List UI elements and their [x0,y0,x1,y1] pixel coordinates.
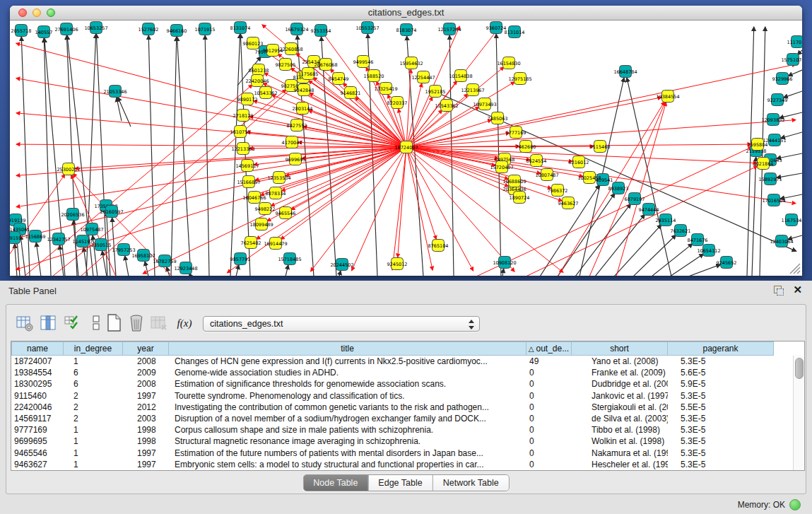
svg-text:7485063: 7485063 [488,116,508,122]
svg-text:1595804: 1595804 [748,142,768,148]
svg-text:9857791: 9857791 [230,257,251,262]
svg-text:9777169: 9777169 [506,130,526,136]
memory-ok-indicator[interactable] [789,499,801,510]
column-header-label: out_de... [536,344,569,354]
column-header-name[interactable]: name [11,341,64,356]
svg-text:9146821: 9146821 [341,90,361,96]
table-row[interactable]: 946554611997Estimation of the future num… [11,448,804,459]
svg-text:16679324: 16679324 [285,27,308,33]
svg-text:1952185: 1952185 [425,89,446,95]
cell-in_degree: 6 [64,368,123,378]
table-settings-icon[interactable] [15,313,35,333]
show-columns-icon[interactable] [38,313,58,333]
tab-node-table[interactable]: Node Table [303,475,367,491]
status-bar: Memory: OK [0,495,812,514]
cell-year: 2003 [123,414,169,424]
apply-checks-icon[interactable] [62,313,82,333]
svg-text:10025458: 10025458 [577,175,601,181]
cell-name: 9777169 [11,425,64,435]
svg-text:1890724: 1890724 [510,195,530,201]
table-row[interactable]: 1938455462009Genome-wide association stu… [11,367,804,378]
svg-text:16648784: 16648784 [613,69,637,75]
svg-text:8765104: 8765104 [428,243,449,249]
function-builder-icon[interactable]: f(x) [175,313,194,333]
new-file-icon[interactable] [104,313,124,333]
cell-name: 9465546 [11,448,64,458]
window-titlebar[interactable]: citations_edges.txt [10,6,802,21]
svg-text:9499546: 9499546 [353,59,374,65]
cell-title: Changes of HCN gene expression and I(f) … [169,356,526,366]
table-row[interactable]: 977716911998Corpus callosum shape and si… [11,424,804,436]
svg-text:1919139: 1919139 [10,218,25,223]
cell-pagerank: 5.3E-5 [668,356,774,366]
cell-title: Disruption of a novel member of a sodium… [169,414,526,424]
table-row[interactable]: 1872400712008Changes of HCN gene express… [11,356,804,367]
svg-text:8427552: 8427552 [287,123,307,129]
cell-title: Genome-wide association studies in ADHD. [169,368,526,378]
svg-text:9329966: 9329966 [772,76,793,82]
table-row[interactable]: 946362711997Embryonic stem cells: a mode… [11,459,804,470]
cytoscape-desktop: citations_edges.txt 18724007205571814055… [0,0,812,281]
svg-text:15751074: 15751074 [781,57,802,63]
cell-name: 18300295 [11,379,64,389]
table-row[interactable]: 911546021997Tourette syndrome. Phenomeno… [11,390,804,402]
close-panel-icon[interactable]: ✕ [793,284,802,296]
table-row[interactable]: 969969511998Structural magnetic resonanc… [11,436,804,447]
svg-text:12975185: 12975185 [508,76,531,82]
svg-text:12213967: 12213967 [461,88,484,93]
cell-in_degree: 2 [64,414,123,424]
graph-node[interactable]: 140557 [35,26,53,38]
network-canvas[interactable]: 1872400720557181405572769140610653257152… [10,21,802,276]
cell-short: Franke et al. (2009) [572,368,668,378]
cell-pagerank: 5.3E-5 [668,436,774,446]
svg-text:140557: 140557 [35,30,53,35]
column-header-short[interactable]: short [572,341,668,356]
svg-text:10908120: 10908120 [493,260,516,266]
tab-network-table[interactable]: Network Table [433,475,509,491]
column-header-out_degree[interactable]: △out_de... [526,341,572,356]
cell-short: Nakamura et al. (1997) [572,448,668,458]
column-header-in_degree[interactable]: in_degree [64,341,123,356]
row-tools-icon[interactable] [86,313,106,333]
svg-text:12342757: 12342757 [47,237,70,243]
table-row[interactable]: 1830029562008Estimation of significance … [11,378,804,390]
cell-short: Dudbridge et al. (2008) [572,379,668,389]
svg-text:14569117: 14569117 [235,163,259,169]
cell-short: Hescheler et al. (1997) [572,460,668,469]
cell-name: 9115460 [11,391,64,401]
svg-text:2935114: 2935114 [656,218,676,223]
scrollbar-thumb[interactable] [795,358,804,379]
svg-text:13325419: 13325419 [374,86,397,92]
cell-pagerank: 5.3E-5 [668,460,774,469]
svg-text:15892971: 15892971 [758,177,782,182]
column-header-year[interactable]: year [123,341,169,356]
column-header-label: pagerank [702,344,738,354]
svg-text:16046766: 16046766 [242,195,266,201]
delete-trash-icon[interactable] [126,313,146,333]
table-selector-dropdown[interactable]: citations_edges.txt [203,316,480,332]
cell-year: 1997 [123,391,169,401]
svg-text:9360724: 9360724 [486,25,507,31]
table-panel-header: Table Panel ✕ [0,281,812,302]
tab-edge-table[interactable]: Edge Table [367,475,432,491]
vertical-scrollbar[interactable] [793,356,804,470]
float-panel-icon[interactable] [774,286,784,296]
svg-text:12213363: 12213363 [231,146,254,152]
svg-text:15718485: 15718485 [278,257,301,262]
table-body: 1872400712008Changes of HCN gene express… [11,356,804,470]
svg-text:9245652: 9245652 [717,260,737,266]
graph-node[interactable]: 39159 [10,232,21,244]
table-row[interactable]: 1456911722003Disruption of a novel membe… [11,413,804,424]
column-header-title[interactable]: title [169,341,526,356]
cell-name: 9463627 [11,460,64,469]
svg-text:8938923: 8938923 [608,186,629,192]
table-row[interactable]: 2242004622012Investigating the contribut… [11,402,804,413]
svg-text:1117014: 1117014 [787,40,802,45]
cell-pagerank: 5.3E-5 [668,448,774,458]
column-header-pagerank[interactable]: pagerank [668,341,774,356]
cell-year: 1998 [123,436,169,446]
svg-text:7986372: 7986372 [548,188,568,194]
svg-text:9827505: 9827505 [276,62,296,68]
window-title: citations_edges.txt [10,7,802,18]
svg-text:6216012: 6216012 [569,160,589,165]
